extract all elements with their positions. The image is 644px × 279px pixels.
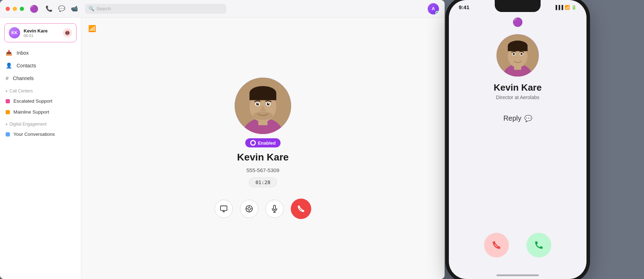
channels-icon: # — [6, 75, 8, 81]
titlebar-right: A — [428, 3, 439, 14]
minimize-button[interactable] — [13, 7, 17, 11]
user-avatar[interactable]: A — [428, 3, 439, 14]
digital-engagement-label: Digital Engagement — [10, 122, 47, 127]
end-call-sidebar-button[interactable]: 📵 — [63, 28, 72, 37]
phone-app-logo: 🟣 — [512, 17, 523, 27]
phone-time: 9:41 — [459, 4, 469, 10]
svg-point-12 — [268, 103, 269, 104]
video-icon[interactable]: 📹 — [71, 5, 78, 12]
mainline-support-label: Mainline Support — [13, 109, 49, 115]
window-controls — [6, 7, 24, 11]
call-timer: 01:28 — [249, 177, 277, 187]
maximize-button[interactable] — [20, 7, 24, 11]
phone-contact-name: Kevin Kare — [494, 82, 542, 93]
phone-reply-label: Reply — [503, 114, 521, 122]
inbox-icon: 📥 — [6, 50, 12, 56]
phone-home-indicator — [496, 274, 539, 276]
phone-accept-button[interactable] — [526, 233, 551, 257]
call-controls — [215, 199, 311, 219]
signal-icon: ▐▐▐ — [554, 5, 563, 10]
phone-call-actions — [484, 233, 551, 257]
your-conversations-label: Your Conversations — [13, 132, 55, 137]
phone-decline-button[interactable] — [484, 233, 509, 257]
phone-content: 🟣 Kevin Kare Director at Aero — [449, 10, 586, 272]
phone-contact-avatar — [496, 34, 539, 77]
sidebar-item-inbox[interactable]: 📥 Inbox — [0, 47, 81, 59]
mute-button[interactable] — [265, 200, 284, 218]
call-centers-label: Call Centers — [10, 89, 33, 93]
call-centers-section-header[interactable]: ▾ Call Centers — [0, 84, 81, 96]
digital-engagement-section-header[interactable]: ▾ Digital Engagement — [0, 117, 81, 129]
sidebar-item-contacts[interactable]: 👤 Contacts — [0, 59, 81, 72]
main-content: 📶 — [81, 18, 445, 279]
ai-enabled-badge: Enabled — [245, 138, 281, 147]
phone-icon[interactable]: 📞 — [46, 5, 53, 12]
sidebar-item-your-conversations[interactable]: Your Conversations — [0, 129, 81, 140]
call-contact-name: Kevin Kare — [24, 28, 59, 34]
contact-name: Kevin Kare — [237, 152, 289, 163]
svg-rect-30 — [508, 46, 528, 51]
message-icon[interactable]: 💬 — [58, 5, 65, 12]
call-area: Enabled Kevin Kare 555-567-5309 01:28 — [215, 78, 311, 219]
search-placeholder: Search — [96, 6, 111, 11]
sidebar-item-escalated-support[interactable]: Escalated Support — [0, 96, 81, 107]
screen-share-button[interactable] — [215, 200, 233, 218]
call-duration: 06:01 — [24, 34, 59, 38]
escalated-support-label: Escalated Support — [13, 98, 52, 104]
escalated-support-dot — [6, 99, 10, 103]
svg-point-11 — [258, 103, 259, 104]
mac-app: 🟣 📞 💬 📹 🔍 Search A KK Kevin Kare — [0, 0, 445, 279]
end-call-button[interactable] — [291, 199, 311, 219]
active-call-card[interactable]: KK Kevin Kare 06:01 📵 — [4, 23, 77, 42]
signal-bars-icon: 📶 — [88, 25, 96, 32]
app-logo: 🟣 — [30, 5, 38, 13]
online-indicator — [435, 11, 439, 14]
contacts-icon: 👤 — [6, 62, 12, 69]
phone-reply-area[interactable]: Reply 💬 — [503, 114, 532, 122]
main-layout: KK Kevin Kare 06:01 📵 📥 Inbox 👤 Contacts… — [0, 18, 445, 279]
sidebar: KK Kevin Kare 06:01 📵 📥 Inbox 👤 Contacts… — [0, 18, 81, 279]
sidebar-item-channels[interactable]: # Channels — [0, 72, 81, 84]
titlebar: 🟣 📞 💬 📹 🔍 Search A — [0, 0, 445, 18]
mainline-support-dot — [6, 110, 10, 114]
target-button[interactable] — [240, 200, 258, 218]
ai-badge-label: Enabled — [258, 140, 276, 146]
ai-icon — [250, 140, 256, 146]
call-info: Kevin Kare 06:01 — [24, 28, 59, 38]
battery-icon: 🔋 — [571, 5, 577, 10]
chevron-down-icon: ▾ — [6, 89, 7, 93]
phone-notch — [495, 0, 541, 12]
inbox-label: Inbox — [17, 50, 29, 56]
svg-point-34 — [520, 53, 523, 55]
svg-rect-6 — [249, 93, 276, 100]
svg-point-13 — [253, 111, 273, 120]
phone-contact-title: Director at Aerolabs — [496, 95, 540, 100]
close-button[interactable] — [6, 7, 10, 11]
svg-point-16 — [248, 207, 250, 210]
contacts-label: Contacts — [17, 63, 36, 68]
phone-status-icons: ▐▐▐ 📶 🔋 — [554, 5, 577, 10]
contact-phone: 555-567-5309 — [246, 167, 279, 173]
sidebar-item-mainline-support[interactable]: Mainline Support — [0, 107, 81, 117]
svg-point-33 — [513, 53, 515, 55]
chevron-down-icon-2: ▾ — [6, 122, 7, 126]
titlebar-icons: 📞 💬 📹 — [46, 5, 78, 12]
call-contact-avatar: KK — [9, 27, 20, 38]
svg-rect-14 — [221, 206, 227, 211]
search-bar[interactable]: 🔍 Search — [85, 4, 226, 14]
search-icon: 🔍 — [89, 6, 94, 11]
phone-frame: 9:41 ▐▐▐ 📶 🔋 🟣 — [449, 0, 586, 279]
your-conversations-dot — [6, 132, 10, 137]
wifi-icon: 📶 — [565, 5, 570, 10]
channels-label: Channels — [13, 75, 34, 81]
reply-icon: 💬 — [524, 115, 532, 122]
contact-avatar — [235, 78, 291, 134]
